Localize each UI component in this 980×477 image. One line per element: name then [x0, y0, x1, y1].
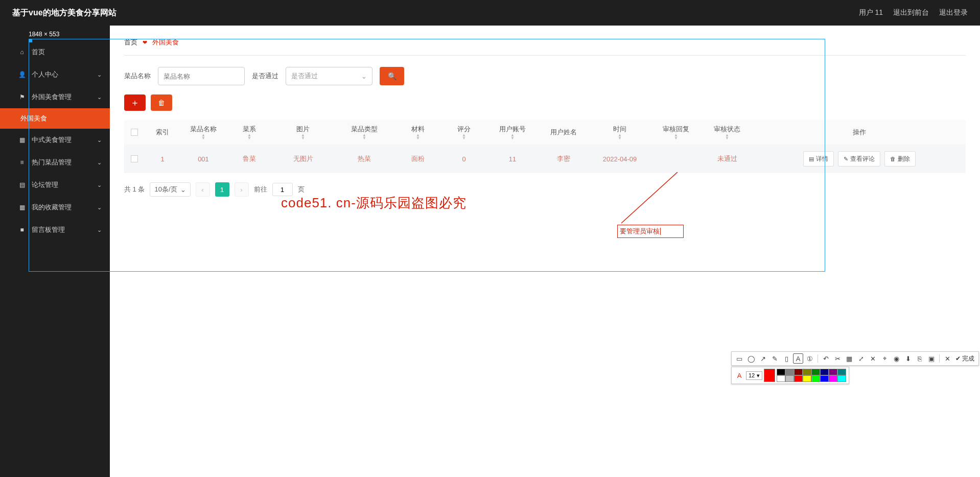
palette-color[interactable] — [794, 369, 803, 375]
done-button[interactable]: ✔完成 — [954, 354, 976, 363]
sidebar-item[interactable]: ▦中式美食管理⌄ — [0, 129, 110, 151]
sort-icon[interactable]: ▲▼ — [589, 134, 650, 139]
chevron-down-icon: ⌄ — [97, 137, 102, 144]
palette-color[interactable] — [837, 369, 846, 375]
sidebar-item[interactable]: ▦我的收藏管理⌄ — [0, 196, 110, 219]
select-all-checkbox[interactable] — [131, 129, 138, 136]
palette-color[interactable] — [829, 369, 837, 375]
palette-color[interactable] — [811, 375, 820, 382]
expand-icon[interactable]: ⤢ — [856, 353, 866, 364]
arrow-tool-icon[interactable]: ↗ — [758, 353, 768, 364]
next-page-button[interactable]: › — [235, 182, 249, 197]
font-size-select[interactable]: 12▾ — [746, 371, 762, 380]
th-type[interactable]: 菜品类型 — [351, 125, 378, 133]
th-material[interactable]: 材料 — [411, 125, 425, 133]
th-image[interactable]: 图片 — [296, 125, 310, 133]
sidebar-item[interactable]: ■留言板管理⌄ — [0, 219, 110, 241]
row-checkbox[interactable] — [131, 155, 138, 162]
chevron-down-icon: ⌄ — [180, 186, 186, 194]
cut-icon[interactable]: ✂ — [832, 353, 843, 364]
nav-home[interactable]: ⌂ 首页 — [0, 41, 110, 63]
th-status[interactable]: 审核状态 — [714, 125, 740, 133]
page-size-select[interactable]: 10条/页 ⌄ — [150, 182, 190, 197]
page-number[interactable]: 1 — [215, 182, 229, 197]
save-icon[interactable]: ▣ — [926, 353, 937, 364]
cell-status: 未通过 — [702, 154, 753, 163]
rect-tool-icon[interactable]: ▭ — [734, 353, 744, 364]
sort-icon[interactable]: ▲▼ — [650, 134, 702, 139]
sort-icon[interactable]: ▲▼ — [395, 134, 441, 139]
color-palette — [777, 369, 846, 382]
menu-icon: ⚑ — [18, 93, 26, 101]
logout-link[interactable]: 退出登录 — [939, 8, 968, 17]
th-score[interactable]: 评分 — [457, 125, 471, 133]
bulk-delete-button[interactable]: 🗑 — [151, 94, 172, 111]
sidebar-item[interactable]: ≡热门菜品管理⌄ — [0, 151, 110, 174]
th-account[interactable]: 用户账号 — [499, 125, 526, 133]
palette-color[interactable] — [785, 375, 794, 382]
detail-button[interactable]: ▤详情 — [803, 151, 834, 166]
sidebar-item[interactable]: 👤个人中心⌄ — [0, 63, 110, 86]
download-icon[interactable]: ⬇ — [903, 353, 913, 364]
palette-color[interactable] — [777, 369, 785, 375]
palette-color[interactable] — [777, 375, 785, 382]
palette-color[interactable] — [803, 375, 811, 382]
sort-icon[interactable]: ▲▼ — [272, 134, 334, 139]
palette-color[interactable] — [785, 369, 794, 375]
palette-color[interactable] — [811, 369, 820, 375]
current-color-swatch[interactable] — [764, 369, 775, 382]
close-icon[interactable]: ✕ — [942, 353, 952, 364]
user-label[interactable]: 用户 11 — [859, 8, 883, 17]
menu-icon: ▦ — [18, 204, 26, 211]
palette-color[interactable] — [837, 375, 846, 382]
to-front-link[interactable]: 退出到前台 — [893, 8, 929, 17]
filter-pass-select[interactable]: 是否通过 ⌄ — [286, 67, 372, 85]
delete-button[interactable]: 🗑删除 — [884, 151, 916, 166]
pencil-tool-icon[interactable]: ✎ — [769, 353, 780, 364]
filter-name-label: 菜品名称 — [124, 71, 151, 81]
ellipse-tool-icon[interactable]: ◯ — [746, 353, 756, 364]
search-button[interactable]: 🔍 — [380, 67, 404, 85]
add-button[interactable]: ＋ — [124, 94, 146, 111]
sort-icon[interactable]: ▲▼ — [334, 134, 395, 139]
filter-name-input[interactable] — [158, 67, 245, 85]
sidebar-item[interactable]: ⚑外国美食管理⌄ — [0, 86, 110, 108]
palette-color[interactable] — [820, 375, 829, 382]
sidebar-item[interactable]: ▤论坛管理⌄ — [0, 174, 110, 196]
chevron-down-icon: ⌄ — [97, 204, 102, 211]
copy-icon[interactable]: ⎘ — [915, 353, 925, 364]
sort-icon[interactable]: ▲▼ — [226, 134, 272, 139]
scan-icon[interactable]: ⌖ — [879, 353, 890, 364]
th-reply[interactable]: 审核回复 — [663, 125, 689, 133]
text-tool-icon[interactable]: A — [793, 353, 803, 364]
palette-color[interactable] — [803, 369, 811, 375]
marker-tool-icon[interactable]: ▯ — [781, 353, 791, 364]
sidebar-subitem[interactable]: 外国美食 — [0, 108, 110, 129]
sort-icon[interactable]: ▲▼ — [487, 134, 538, 139]
comments-button[interactable]: ✎查看评论 — [838, 151, 880, 166]
screenshot-toolbar: ▭ ◯ ↗ ✎ ▯ A ① ↶ ✂ ▦ ⤢ ✕ ⌖ ◉ ⬇ ⎘ ▣ ✕ ✔完成 … — [731, 351, 979, 384]
prev-page-button[interactable]: ‹ — [196, 182, 210, 197]
undo-icon[interactable]: ↶ — [821, 353, 831, 364]
th-name[interactable]: 菜品名称 — [190, 125, 217, 133]
sort-icon[interactable]: ▲▼ — [180, 134, 226, 139]
sort-icon[interactable]: ▲▼ — [441, 134, 487, 139]
cell-material: 面粉 — [395, 154, 441, 163]
mosaic-icon[interactable]: ▦ — [844, 353, 854, 364]
plus-icon: ＋ — [130, 97, 139, 109]
palette-color[interactable] — [794, 375, 803, 382]
sidebar-item-label: 个人中心 — [32, 70, 58, 79]
breadcrumb-home[interactable]: 首页 — [124, 38, 137, 47]
search-icon: 🔍 — [388, 72, 396, 80]
palette-color[interactable] — [829, 375, 837, 382]
pin-icon[interactable]: ✕ — [868, 353, 878, 364]
header-bar: 基于vue的地方美食分享网站 用户 11 退出到前台 退出登录 — [0, 0, 980, 26]
palette-color[interactable] — [820, 369, 829, 375]
table-header: 索引 菜品名称▲▼ 菜系▲▼ 图片▲▼ 菜品类型▲▼ 材料▲▼ 评分▲▼ 用户账… — [124, 120, 966, 145]
th-time[interactable]: 时间 — [613, 125, 626, 133]
serial-tool-icon[interactable]: ① — [805, 353, 815, 364]
record-icon[interactable]: ◉ — [891, 353, 901, 364]
sort-icon[interactable]: ▲▼ — [702, 134, 753, 139]
cell-score: 0 — [441, 155, 487, 163]
th-cuisine[interactable]: 菜系 — [243, 125, 256, 133]
